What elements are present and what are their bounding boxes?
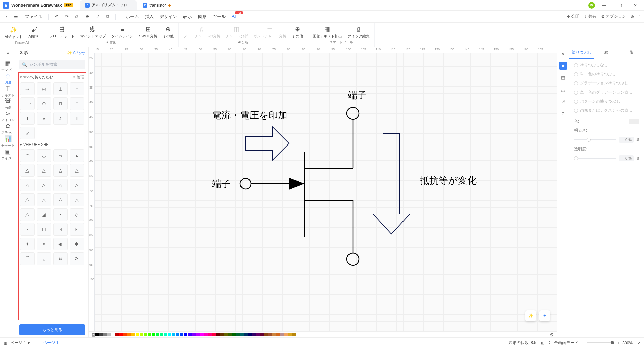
color-swatch[interactable] (240, 333, 244, 336)
menu-view[interactable]: 表示 (183, 14, 192, 20)
options-button[interactable]: ⚙オプション (601, 14, 626, 19)
color-swatch[interactable] (103, 333, 107, 336)
layout-icon[interactable]: ▥ (3, 341, 7, 345)
color-swatch[interactable] (180, 333, 183, 336)
shape-symbol[interactable]: ⫽ (53, 112, 68, 125)
fill-option[interactable]: 単一色のグラデーション塗… (574, 90, 639, 95)
color-swatch[interactable] (216, 333, 220, 336)
shape-symbol[interactable]: ⟶ (20, 97, 35, 110)
manage-link[interactable]: ⚙ 管理 (72, 75, 84, 80)
color-swatch[interactable] (212, 333, 216, 336)
ai-fab-1[interactable]: ✨ (525, 310, 536, 321)
color-swatch[interactable] (292, 333, 296, 336)
color-swatch[interactable] (196, 333, 200, 336)
page-selector[interactable]: ページ-1 ▾ (10, 340, 30, 346)
leftnav-6[interactable]: 📊チャート (1, 135, 15, 148)
rightnav-expand[interactable]: » (559, 50, 567, 58)
fill-option[interactable]: 画像またはテクスチャの塗… (574, 108, 639, 113)
color-swatch[interactable] (131, 333, 135, 336)
ribbon-タイムライン[interactable]: ≡タイムライン (111, 26, 133, 39)
stepper-icon[interactable]: ⇵ (636, 138, 639, 142)
ribbon-クイック編集[interactable]: ⎙クイック編集 (347, 26, 370, 39)
stepper-icon[interactable]: ⇵ (636, 156, 639, 161)
color-swatch[interactable] (119, 333, 123, 336)
notification-button[interactable]: ⊕ (631, 14, 634, 19)
rightnav-fill[interactable]: ◆ (559, 62, 567, 70)
undo-button[interactable]: ↶ (52, 13, 61, 20)
color-swatch[interactable] (156, 333, 159, 336)
leftnav-7[interactable]: ▣ウイジ… (1, 148, 15, 161)
shape-symbol[interactable]: ◎ (37, 82, 51, 95)
ribbon-AIチャット[interactable]: ✨AIチャット (5, 26, 23, 39)
leftnav-5[interactable]: ✿ステッ… (1, 122, 15, 135)
shape-symbol[interactable]: △ (37, 193, 51, 206)
section-vhf[interactable]: ▸ VHF-UHF-SHF (20, 141, 84, 147)
collapse-all-section[interactable]: ▾ すべて折りたたむ ⚙ 管理 (20, 74, 84, 80)
color-swatch[interactable] (220, 333, 224, 336)
color-swatch[interactable] (264, 333, 268, 336)
rightnav-text[interactable]: ▤ (559, 74, 567, 82)
rtab-shadow[interactable]: 影 (619, 47, 644, 59)
shape-symbol[interactable]: ◢ (37, 208, 51, 221)
collapse-leftnav[interactable]: « (7, 50, 9, 55)
shape-symbol[interactable]: △ (37, 164, 51, 177)
redo-button[interactable]: ↷ (62, 13, 71, 20)
shape-symbol[interactable]: ✱ (70, 238, 84, 250)
fill-option[interactable]: グラデーション塗りつぶし (574, 80, 639, 86)
publish-button[interactable]: ✈公開 (567, 14, 579, 19)
color-swatch[interactable] (168, 333, 171, 336)
opacity-slider[interactable] (574, 158, 616, 159)
shape-symbol[interactable]: △ (20, 179, 35, 191)
share-button[interactable]: ⇪共有 (584, 14, 596, 19)
color-swatch[interactable] (95, 333, 99, 336)
shape-symbol[interactable]: △ (70, 164, 84, 177)
shape-symbol[interactable]: ⫴ (70, 112, 84, 125)
color-swatch[interactable] (204, 333, 208, 336)
color-swatch[interactable] (200, 333, 204, 336)
shape-symbol[interactable]: △ (20, 193, 35, 206)
grid-toggle[interactable]: ⊞ (541, 341, 544, 345)
shape-symbol[interactable]: ⊥ (53, 82, 68, 95)
leftnav-4[interactable]: ☺アイコン (1, 110, 15, 122)
color-swatch[interactable] (280, 333, 284, 336)
save-button[interactable]: ⎙ (73, 13, 81, 20)
color-swatch[interactable] (160, 333, 163, 336)
color-swatch[interactable] (148, 333, 151, 336)
export-button[interactable]: ↗ (93, 13, 102, 20)
copy-button[interactable]: ⧉ (104, 13, 112, 21)
more-shapes-button[interactable]: もっと見る (19, 324, 85, 335)
menu-home[interactable]: ホーム (126, 14, 139, 20)
color-swatch[interactable] (224, 333, 228, 336)
shape-symbol[interactable]: ⊡ (37, 223, 51, 236)
add-page-button[interactable]: ＋ (33, 340, 37, 346)
leftnav-0[interactable]: ▦テンプ… (1, 60, 15, 72)
shape-symbol[interactable]: ◡ (37, 149, 51, 162)
shape-symbol[interactable]: ⊕ (37, 97, 51, 110)
menu-design[interactable]: デザイン (160, 14, 177, 20)
shape-symbol[interactable]: ◉ (53, 238, 68, 250)
canvas[interactable]: 端子 端子 電流・電圧を印加 (95, 53, 557, 331)
color-swatch[interactable] (256, 333, 260, 336)
shape-symbol[interactable]: △ (70, 179, 84, 191)
maximize-button[interactable]: ▢ (614, 1, 626, 10)
color-swatch[interactable] (176, 333, 179, 336)
print-button[interactable]: 🖶 (82, 13, 92, 20)
color-settings[interactable]: ⚙ (550, 332, 554, 337)
shape-symbol[interactable]: ⊸ (20, 82, 35, 95)
menu-insert[interactable]: 挿入 (145, 14, 154, 20)
document-tab-0[interactable]: E アルゴリズム・フロ… (80, 0, 137, 10)
shape-symbol[interactable]: T (20, 112, 35, 125)
menu-shapes[interactable]: 図形 (198, 14, 207, 20)
color-swatch[interactable] (236, 333, 240, 336)
color-swatch[interactable] (136, 333, 139, 336)
color-swatch[interactable] (268, 333, 272, 336)
color-swatch[interactable] (140, 333, 143, 336)
shape-symbol[interactable]: △ (53, 179, 68, 191)
color-swatch[interactable] (115, 333, 119, 336)
close-button[interactable]: ✕ (629, 1, 641, 10)
ribbon-SWOT分析[interactable]: ⊞SWOT分析 (139, 25, 157, 39)
color-swatch[interactable] (276, 333, 280, 336)
color-swatch[interactable] (228, 333, 232, 336)
color-swatch[interactable] (244, 333, 248, 336)
leftnav-3[interactable]: 🖼画像 (1, 98, 15, 110)
